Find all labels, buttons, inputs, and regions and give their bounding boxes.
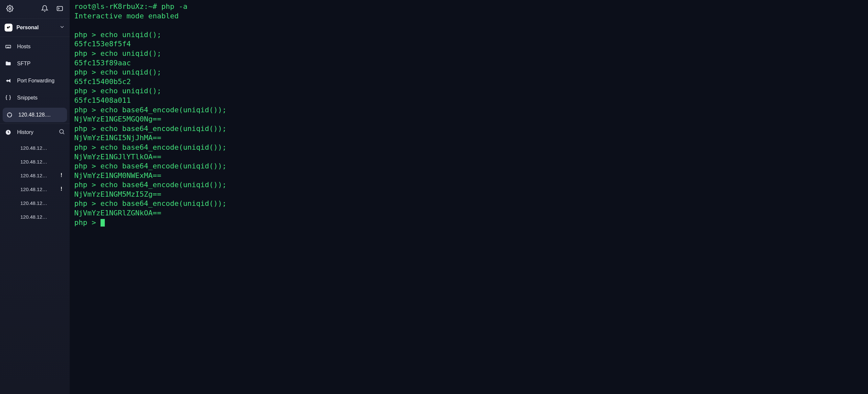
- terminal-line: php > echo base64_encode(uniqid());: [74, 105, 863, 115]
- sidebar-item-snippets[interactable]: Snippets: [0, 89, 70, 106]
- terminal-line: NjVmYzE1NGM5MzI5Zg==: [74, 190, 863, 199]
- clock-icon: [5, 129, 12, 136]
- terminal-line: NjVmYzE1NGI5NjJhMA==: [74, 133, 863, 143]
- terminal-line: php > echo uniqid();: [74, 68, 863, 77]
- terminal-prompt: php >: [74, 218, 100, 227]
- terminal-line: NjVmYzE1NGRlZGNkOA==: [74, 208, 863, 218]
- sidebar-item-label: Port Forwarding: [17, 78, 65, 84]
- alert-icon: !: [59, 172, 64, 178]
- terminal-line: NjVmYzE1NGJlYTlkOA==: [74, 152, 863, 162]
- sidebar-item-history[interactable]: History: [0, 124, 70, 141]
- terminal-line: Interactive mode enabled: [74, 11, 863, 21]
- sidebar-item-hosts[interactable]: Hosts: [0, 38, 70, 55]
- nav-list: Hosts SFTP Port Forwarding Snippets: [0, 37, 70, 226]
- history-item-label: 120.48.12…: [20, 159, 64, 164]
- settings-button[interactable]: [3, 3, 17, 16]
- ubuntu-icon: [6, 112, 13, 118]
- sidebar-item-label: History: [17, 129, 53, 135]
- terminal-line: php > echo base64_encode(uniqid());: [74, 180, 863, 190]
- local-terminal-button[interactable]: [53, 3, 66, 16]
- chevron-down-icon: [59, 24, 65, 31]
- terminal-line: php > echo base64_encode(uniqid());: [74, 162, 863, 171]
- sidebar-item-active-host[interactable]: 120.48.128....: [3, 108, 67, 122]
- svg-point-0: [9, 7, 11, 9]
- history-item[interactable]: 120.48.12…: [0, 196, 70, 210]
- history-item[interactable]: 120.48.12…: [0, 155, 70, 168]
- svg-point-6: [9, 112, 10, 113]
- history-item-label: 120.48.12…: [20, 200, 64, 206]
- terminal-line: NjVmYzE1NGE5MGQ0Ng==: [74, 114, 863, 124]
- svg-point-10: [59, 129, 63, 133]
- terminal-prompt-line: php >: [74, 218, 863, 228]
- top-toolbar: [0, 0, 70, 19]
- sidebar: Personal Hosts SFTP: [0, 0, 70, 394]
- history-item[interactable]: 120.48.12…: [0, 141, 70, 155]
- keyboard-icon: [5, 43, 12, 50]
- sidebar-item-label: Snippets: [17, 95, 65, 101]
- svg-point-8: [7, 115, 8, 116]
- svg-point-3: [9, 26, 10, 28]
- terminal-line: php > echo uniqid();: [74, 30, 863, 40]
- history-item-label: 120.48.12…: [20, 173, 59, 178]
- history-item-label: 120.48.12…: [20, 214, 64, 220]
- svg-point-7: [11, 115, 12, 116]
- terminal-line: root@ls-rK8rbuXz:~# php -a: [74, 2, 863, 11]
- search-icon[interactable]: [59, 128, 65, 136]
- account-selector[interactable]: Personal: [0, 19, 70, 37]
- sidebar-item-label: SFTP: [17, 61, 65, 67]
- history-list: 120.48.12…120.48.12…120.48.12…!120.48.12…: [0, 141, 70, 226]
- terminal-line: 65fc15408a011: [74, 96, 863, 105]
- terminal-line: 65fc15400b5c2: [74, 77, 863, 87]
- history-item[interactable]: 120.48.12…!: [0, 168, 70, 182]
- sidebar-item-sftp[interactable]: SFTP: [0, 55, 70, 72]
- notifications-button[interactable]: [38, 3, 51, 16]
- terminal-icon: [56, 5, 63, 13]
- sidebar-item-label: 120.48.128....: [19, 112, 64, 118]
- terminal-line: 65fc153e8f5f4: [74, 39, 863, 49]
- terminal-line: php > echo uniqid();: [74, 86, 863, 96]
- bell-icon: [41, 5, 48, 13]
- history-item-label: 120.48.12…: [20, 187, 59, 192]
- braces-icon: [5, 95, 12, 101]
- terminal-line: NjVmYzE1NGM0NWExMA==: [74, 171, 863, 180]
- terminal-line: php > echo uniqid();: [74, 49, 863, 59]
- sidebar-item-port-forwarding[interactable]: Port Forwarding: [0, 72, 70, 89]
- terminal-line: php > echo base64_encode(uniqid());: [74, 143, 863, 152]
- terminal-pane[interactable]: root@ls-rK8rbuXz:~# php -aInteractive mo…: [70, 0, 868, 394]
- terminal-line: 65fc153f89aac: [74, 59, 863, 68]
- terminal-line: [74, 21, 863, 30]
- history-item[interactable]: 120.48.12…!: [0, 182, 70, 196]
- terminal-cursor: [100, 219, 104, 227]
- sidebar-item-label: Hosts: [17, 44, 65, 50]
- terminal-line: php > echo base64_encode(uniqid());: [74, 124, 863, 134]
- alert-icon: !: [59, 186, 64, 192]
- svg-rect-1: [57, 7, 63, 11]
- svg-rect-4: [6, 45, 11, 48]
- history-item[interactable]: 120.48.12…: [0, 210, 70, 224]
- terminal-line: php > echo base64_encode(uniqid());: [74, 199, 863, 208]
- svg-point-2: [7, 27, 8, 28]
- history-item-label: 120.48.12…: [20, 145, 64, 151]
- forward-icon: [5, 77, 12, 84]
- account-avatar-icon: [5, 24, 12, 32]
- gear-icon: [6, 5, 13, 13]
- account-label: Personal: [17, 25, 55, 31]
- folder-icon: [5, 60, 12, 67]
